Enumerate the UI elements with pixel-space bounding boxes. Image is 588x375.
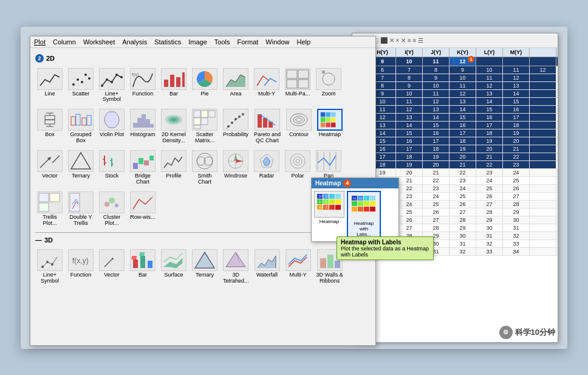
menu-window[interactable]: Window [264,38,290,46]
chart-3d-function[interactable]: f(x,y) Function [66,247,95,286]
svg-point-6 [106,78,108,81]
heatmap-item-2[interactable]: 3.4 3.5 9 9 HeatmapwithLabs... [347,191,381,239]
chart-scatter-matrix[interactable]: ScatterMatrix... [190,107,219,146]
chart-heatmap[interactable]: Heatmap [315,107,344,146]
chart-cluster[interactable]: ClusterPlot... [97,190,126,229]
chart-windrose[interactable]: Windrose [221,148,250,187]
heatmap-popup-num: 4 [343,179,351,187]
chart-area[interactable]: Area [221,66,250,105]
svg-rect-126 [335,194,341,199]
chart-double-y-trellis[interactable]: Double YTrellis [66,190,95,229]
chart-multi-panel[interactable]: Multi-Pa... [283,66,312,105]
chart-multi-y[interactable]: Multi-Y [252,66,281,105]
tooltip-desc: Plot the selected data as a Heatmap with… [341,246,429,258]
watermark-text: 科学10分钟 [515,327,555,338]
menu-plot[interactable]: Plot [33,38,47,46]
col-m: M(Y) [503,48,530,57]
svg-rect-133 [329,205,335,210]
svg-point-48 [234,118,237,120]
chart-stock[interactable]: Stock [97,148,126,187]
menu-help[interactable]: Help [295,38,312,46]
svg-rect-61 [321,117,326,122]
svg-point-56 [293,116,304,123]
chart-contour[interactable]: Contour [284,107,313,146]
table-row: 19192021222324 [352,169,558,177]
svg-point-92 [296,159,299,163]
chart-function[interactable]: f(x) Function [128,66,157,105]
chart-row-wise[interactable]: Row-wis... [128,190,157,229]
chart-probability[interactable]: Probability [221,107,250,146]
chart-polar[interactable]: Polar [283,148,312,187]
section-2d-text: 2D [46,55,55,62]
svg-point-103 [115,204,118,207]
chart-grouped-box[interactable]: GroupedBox [66,107,95,146]
svg-text:9: 9 [325,200,327,204]
section-2d-num: 2 [35,54,44,63]
svg-point-91 [293,157,302,165]
chart-histogram[interactable]: Histogram [128,107,157,146]
svg-point-80 [197,153,213,169]
menu-tools[interactable]: Tools [213,38,231,46]
table-row: 11111213141516 [352,106,558,114]
chart-ternary[interactable]: Ternary [66,148,95,187]
chart-kernel-density[interactable]: 2D KernelDensity... [159,107,188,146]
chart-3d-bar[interactable]: Bar [128,247,157,286]
chart-vector[interactable]: Vector [35,148,64,187]
chart-zoom[interactable]: ⊕ Zoom [314,66,343,105]
chart-waterfall[interactable]: Waterfall [253,247,282,286]
menu-column[interactable]: Column [52,38,77,46]
table-row: 17171819202122 [352,153,558,161]
menu-analysis[interactable]: Analysis [121,38,148,46]
table-row: 6789101112 [352,66,558,74]
svg-point-5 [101,84,103,87]
svg-rect-33 [137,118,142,128]
svg-rect-99 [39,203,49,212]
chart-3d-multi-y[interactable]: Multi-Y [284,247,313,286]
chart-smith[interactable]: SmithChart [190,148,219,187]
svg-rect-150 [358,207,363,212]
col-numbers: 9 10 11 12 1 [352,57,558,66]
chart-scatter-label: Scatter [72,91,90,97]
svg-rect-28 [71,117,75,125]
svg-rect-114 [140,256,145,268]
menu-image[interactable]: Image [187,38,208,46]
svg-point-0 [72,83,75,86]
table-row: 13131415161718 [352,122,558,129]
chart-radar[interactable]: Radar [252,148,281,187]
svg-rect-42 [208,111,215,117]
chart-violin[interactable]: Violin Plot [97,107,126,146]
svg-rect-120 [320,258,326,268]
chart-surface[interactable]: Surface [159,247,188,286]
chart-3d-tetrahed[interactable]: 3DTetrahed... [221,247,251,286]
chart-bridge[interactable]: BridgeChart [128,148,157,187]
svg-point-57 [296,118,302,122]
svg-point-3 [84,74,87,76]
heatmap-item-1[interactable]: 3.4 3.5 9 9 3.4 3.5 Heatmap [314,191,344,239]
num-11: 11 [423,57,450,66]
svg-rect-60 [331,112,336,117]
chart-pie[interactable]: Pie [190,66,219,105]
svg-rect-125 [329,194,335,199]
chart-3d-vector[interactable]: Vector [97,247,126,286]
chart-pareto[interactable]: Pareto andQC Chart [252,107,282,146]
table-row: 15151617181920 [352,137,558,145]
svg-rect-30 [82,118,86,125]
chart-bar[interactable]: Bar [159,66,188,105]
table-row: 7789101112 [352,74,558,82]
chart-3d-line-symbol[interactable]: Line+Symbol [35,247,64,286]
chart-trellis[interactable]: TrellisPlot... [35,190,64,229]
menu-worksheet[interactable]: Worksheet [82,38,116,46]
chart-box[interactable]: Box [35,107,64,146]
svg-rect-116 [148,261,152,268]
svg-marker-117 [195,252,214,268]
col-i: I(Y) [396,48,423,57]
svg-rect-129 [329,199,335,204]
svg-rect-97 [39,193,49,202]
chart-scatter[interactable]: Scatter [66,66,95,105]
menu-statistics[interactable]: Statistics [153,38,182,46]
chart-line[interactable]: Line [35,66,64,105]
chart-3d-ternary[interactable]: Ternary [190,247,219,286]
menu-format[interactable]: Format [236,38,260,46]
chart-line-symbol[interactable]: Line+Symbol [97,66,126,105]
chart-profile[interactable]: Profile [159,148,188,187]
